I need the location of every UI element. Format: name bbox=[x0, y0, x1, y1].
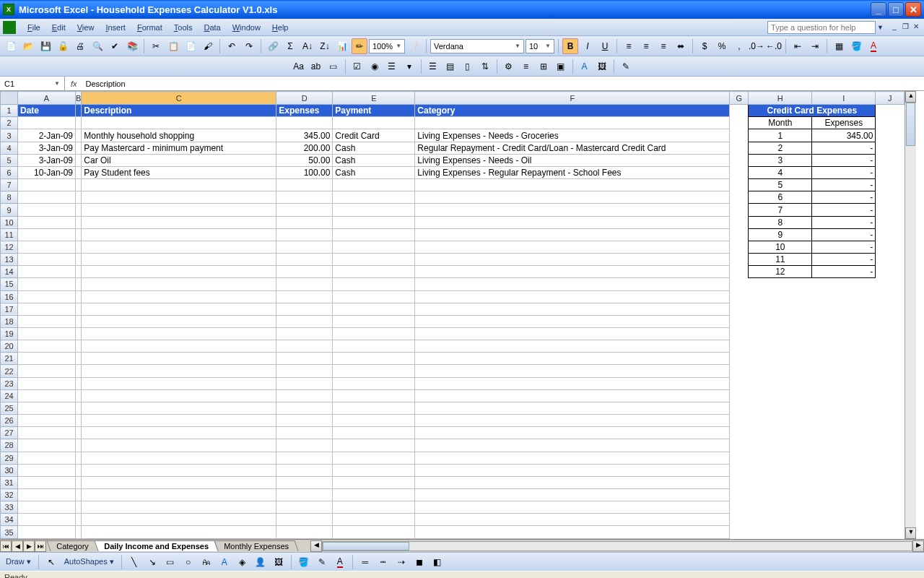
cell-30-B[interactable] bbox=[76, 464, 82, 476]
cell-7-C[interactable] bbox=[82, 179, 276, 191]
image-tool-icon[interactable]: 🖼 bbox=[594, 59, 610, 74]
align-center-icon[interactable]: ≡ bbox=[638, 38, 654, 54]
cc-cell-10-I[interactable]: - bbox=[812, 254, 876, 266]
select-all-corner[interactable] bbox=[1, 92, 18, 105]
cell-33-J[interactable] bbox=[876, 501, 905, 514]
cell-26-D[interactable] bbox=[276, 415, 333, 427]
cell-29-H[interactable] bbox=[749, 452, 812, 464]
cell-24-E[interactable] bbox=[333, 389, 415, 402]
combolist-icon[interactable]: ☰ bbox=[425, 59, 441, 74]
cell-35-H[interactable] bbox=[749, 526, 812, 539]
cell-24-F[interactable] bbox=[415, 389, 730, 402]
cell-15-J[interactable] bbox=[876, 278, 905, 290]
dash-style-icon[interactable]: ┉ bbox=[375, 554, 391, 570]
cell-6-G[interactable] bbox=[730, 166, 749, 178]
cell-5-B[interactable] bbox=[76, 154, 82, 166]
row-header-3[interactable]: 3 bbox=[1, 129, 18, 142]
cell-3-J[interactable] bbox=[876, 129, 905, 142]
permission-icon[interactable]: 🔓 bbox=[55, 38, 71, 54]
save-icon[interactable]: 💾 bbox=[38, 38, 53, 54]
cell-7-E[interactable] bbox=[333, 179, 415, 191]
cell-28-G[interactable] bbox=[730, 439, 749, 452]
percent-icon[interactable]: % bbox=[714, 38, 730, 54]
combo-icon[interactable]: ▾ bbox=[401, 59, 417, 74]
cell-16-A[interactable] bbox=[18, 290, 76, 303]
cell-23-E[interactable] bbox=[333, 377, 415, 389]
drawing-icon[interactable]: ✏ bbox=[352, 38, 367, 54]
cell-19-E[interactable] bbox=[333, 327, 415, 340]
toggle-grid-icon[interactable]: ⊞ bbox=[536, 59, 552, 74]
currency-icon[interactable]: $ bbox=[697, 38, 712, 54]
menu-tools[interactable]: Tools bbox=[168, 22, 199, 33]
cell-24-J[interactable] bbox=[876, 389, 905, 402]
cell-14-B[interactable] bbox=[76, 266, 82, 278]
cell-13-C[interactable] bbox=[82, 254, 276, 266]
hscroll-right-icon[interactable]: ▶ bbox=[912, 540, 924, 552]
cell-34-C[interactable] bbox=[82, 514, 276, 526]
cell-29-G[interactable] bbox=[730, 452, 749, 464]
row-header-2[interactable]: 2 bbox=[1, 117, 18, 129]
cell-27-F[interactable] bbox=[415, 427, 730, 439]
cell-27-J[interactable] bbox=[876, 427, 905, 439]
cell-6-C[interactable]: Pay Student fees bbox=[82, 166, 276, 178]
cell-25-D[interactable] bbox=[276, 402, 333, 414]
cell-9-B[interactable] bbox=[76, 204, 82, 216]
sort-desc-icon[interactable]: Z↓ bbox=[317, 38, 333, 54]
sheet-tab-monthly-expenses[interactable]: Monthly Expenses bbox=[214, 540, 298, 551]
cell-21-C[interactable] bbox=[82, 353, 276, 365]
cell-23-J[interactable] bbox=[876, 377, 905, 389]
cell-33-D[interactable] bbox=[276, 501, 333, 514]
cell-13-G[interactable] bbox=[730, 254, 749, 266]
cell-4-G[interactable] bbox=[730, 142, 749, 154]
cc-cell-6-I[interactable]: - bbox=[812, 204, 876, 216]
cell-23-F[interactable] bbox=[415, 377, 730, 389]
menu-file[interactable]: File bbox=[22, 22, 46, 33]
cell-16-J[interactable] bbox=[876, 290, 905, 303]
rectangle-icon[interactable]: ▭ bbox=[162, 554, 178, 570]
cell-1-E[interactable]: Payment bbox=[333, 105, 415, 117]
cell-32-C[interactable] bbox=[82, 489, 276, 501]
scroll-down-icon[interactable]: ▼ bbox=[905, 527, 916, 539]
cell-24-I[interactable] bbox=[812, 389, 876, 402]
cell-15-E[interactable] bbox=[333, 278, 415, 290]
cell-25-G[interactable] bbox=[730, 402, 749, 414]
cell-10-J[interactable] bbox=[876, 216, 905, 228]
cell-26-J[interactable] bbox=[876, 415, 905, 427]
textbox-tool-icon[interactable]: A bbox=[577, 59, 593, 74]
cell-13-F[interactable] bbox=[415, 254, 730, 266]
cell-23-I[interactable] bbox=[812, 377, 876, 389]
cell-1-G[interactable] bbox=[730, 105, 749, 117]
cell-22-J[interactable] bbox=[876, 365, 905, 377]
cell-22-A[interactable] bbox=[18, 365, 76, 377]
row-header-34[interactable]: 34 bbox=[1, 514, 18, 526]
wordart-icon[interactable]: A bbox=[217, 554, 232, 570]
cell-35-B[interactable] bbox=[76, 526, 82, 539]
arrow-style-icon[interactable]: ⇢ bbox=[393, 554, 409, 570]
cell-3-B[interactable] bbox=[76, 129, 82, 142]
cell-25-H[interactable] bbox=[749, 402, 812, 414]
fx-icon[interactable]: fx bbox=[65, 79, 83, 88]
cell-34-E[interactable] bbox=[333, 514, 415, 526]
align-left-icon[interactable]: ≡ bbox=[621, 38, 637, 54]
cell-35-D[interactable] bbox=[276, 526, 333, 539]
cc-cell-2-I[interactable]: - bbox=[812, 154, 876, 166]
cell-29-C[interactable] bbox=[82, 452, 276, 464]
cc-sub-I[interactable]: Expenses bbox=[812, 117, 876, 129]
cell-8-J[interactable] bbox=[876, 191, 905, 204]
chart-wizard-icon[interactable]: 📊 bbox=[334, 38, 350, 54]
cell-23-G[interactable] bbox=[730, 377, 749, 389]
vertical-scrollbar[interactable]: ▲ ▼ bbox=[905, 91, 916, 539]
menu-help[interactable]: Help bbox=[266, 22, 295, 33]
cell-23-B[interactable] bbox=[76, 377, 82, 389]
cell-28-A[interactable] bbox=[18, 439, 76, 452]
cell-17-F[interactable] bbox=[415, 303, 730, 315]
cell-20-H[interactable] bbox=[749, 340, 812, 353]
cell-35-F[interactable] bbox=[415, 526, 730, 539]
cell-32-D[interactable] bbox=[276, 489, 333, 501]
cell-24-A[interactable] bbox=[18, 389, 76, 402]
autoshapes-menu[interactable]: AutoShapes ▾ bbox=[61, 557, 117, 566]
cell-7-J[interactable] bbox=[876, 179, 905, 191]
cell-14-G[interactable] bbox=[730, 266, 749, 278]
font-color-draw-icon[interactable]: A bbox=[332, 554, 348, 570]
cell-16-D[interactable] bbox=[276, 290, 333, 303]
